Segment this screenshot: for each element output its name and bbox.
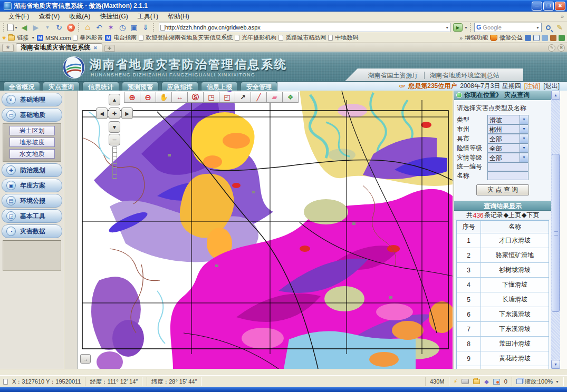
magic-fill-button[interactable]: ✶ — [105, 23, 116, 33]
zoom-minus-button[interactable]: ─ — [109, 134, 120, 145]
nav-report[interactable]: 信息上报 — [201, 82, 238, 91]
menu-view[interactable]: 查看(V) — [34, 12, 64, 22]
url-input[interactable] — [165, 24, 445, 31]
zoom-slider[interactable] — [112, 146, 117, 179]
new-tab-button[interactable]: ✚ — [104, 45, 115, 52]
disaster-level-select[interactable]: 全部 ▼ — [487, 153, 528, 162]
menu-help[interactable]: 帮助(H) — [164, 12, 194, 22]
image-filter-icon[interactable] — [493, 379, 500, 385]
zoom-in-icon[interactable]: ⊕ — [124, 92, 140, 103]
zoom-dropdown-icon[interactable]: ▼ — [555, 380, 559, 384]
new-page-dropdown-icon[interactable]: ▼ — [14, 26, 18, 30]
pan-icon[interactable]: ✋ — [156, 92, 172, 103]
rect-zoom-out-icon[interactable]: ◰ — [219, 92, 235, 103]
link-welcome[interactable]: 欢迎登陆湖南省地质灾害信息系统 — [146, 34, 233, 42]
panel-scrollbar[interactable]: ▲ ▼ — [551, 91, 560, 369]
map-collapse-button[interactable]: → — [80, 354, 91, 364]
links-overflow-icon[interactable]: » — [459, 35, 463, 41]
chevron-down-icon[interactable]: ▼ — [520, 125, 528, 133]
pan-down-button[interactable]: ▼ — [109, 121, 120, 133]
tab-closeall-icon[interactable]: ✖ — [558, 44, 565, 52]
chevron-down-icon[interactable]: ▼ — [520, 144, 528, 152]
window-icon[interactable] — [533, 35, 540, 41]
layers-icon[interactable]: ❖ — [282, 92, 299, 103]
boost-icon[interactable]: ⚡ — [454, 378, 458, 385]
search-button[interactable] — [543, 23, 553, 33]
sidebar-map-splitter[interactable] — [65, 91, 78, 369]
chevron-down-icon[interactable]: ▼ — [520, 115, 528, 124]
notes-icon[interactable] — [542, 35, 548, 41]
sidebar-item-base-geology[interactable]: ▭ 基础地质 — [2, 108, 62, 122]
table-row[interactable]: 7下东溪滑坡 — [457, 322, 549, 337]
nav-statistics[interactable]: 信息统计 — [82, 82, 119, 91]
printer-icon[interactable] — [462, 379, 469, 384]
maxthon-charity-icon[interactable] — [490, 35, 497, 41]
table-row[interactable]: 1才口水滑坡 — [457, 233, 549, 248]
sidebar-sub-hydrogeology[interactable]: 水文地质 — [9, 149, 55, 159]
prev-page-link[interactable]: ◆上页 — [504, 211, 521, 220]
code-input[interactable] — [487, 162, 528, 171]
home-button[interactable]: ⌂ — [82, 23, 93, 33]
sidebar-item-prevention-plan[interactable]: ✚ 防治规划 — [2, 163, 62, 177]
menu-favorites[interactable]: 收藏(A) — [65, 12, 94, 22]
url-dropdown-icon[interactable]: ▼ — [445, 26, 449, 30]
tile-windows-button[interactable]: ▣ — [129, 23, 139, 33]
nav-disaster-query[interactable]: 灾点查询 — [43, 82, 80, 91]
highlight-button[interactable]: ✎ — [554, 23, 565, 33]
status-zoom[interactable]: 缩放:100% ▼ — [512, 377, 564, 386]
link-radio[interactable]: 电台指南 — [113, 34, 137, 42]
undo-button[interactable]: ↶ — [94, 23, 104, 33]
sidebar-item-annual-plan[interactable]: ▣ 年度方案 — [2, 179, 62, 192]
county-select[interactable]: 全部 ▼ — [487, 134, 528, 143]
menu-groups[interactable]: 快捷组(G) — [95, 12, 132, 22]
stop-button[interactable]: ✖ — [65, 23, 76, 33]
search-dropdown-icon[interactable]: ▼ — [536, 26, 540, 30]
favorites-star-icon[interactable]: ★ — [2, 44, 14, 52]
links-dropdown-icon[interactable]: ▼ — [31, 36, 35, 40]
charity-label[interactable]: 傲游公益 — [499, 34, 523, 42]
nav-overview[interactable]: 全省概况 — [3, 82, 40, 91]
scroll-down-icon[interactable]: ▼ — [551, 360, 560, 369]
pan-right-button[interactable]: ▶ — [121, 107, 133, 119]
nav-security[interactable]: 安全管理 — [241, 82, 277, 91]
measure-icon[interactable]: ↔ — [171, 92, 188, 103]
disaster-query-button[interactable]: 灾 点 查 询 — [476, 184, 529, 195]
new-page-button[interactable]: ▼ — [7, 23, 18, 33]
risk-level-select[interactable]: 全部 ▼ — [487, 143, 528, 153]
link-photo[interactable]: 光年摄影机构 — [242, 34, 276, 42]
history-button[interactable]: ◷ — [117, 23, 128, 33]
nav-forecast[interactable]: 预测预警 — [122, 82, 159, 91]
table-row[interactable]: 5长塘滑坡 — [457, 292, 549, 307]
links-label[interactable]: 链接 — [17, 34, 28, 42]
folder-icon[interactable] — [473, 379, 480, 384]
name-input[interactable] — [487, 171, 528, 180]
back-button[interactable]: ◀ — [19, 23, 30, 33]
restore-button[interactable]: ❐ — [543, 2, 554, 11]
next-page-link[interactable]: ◆下页 — [522, 211, 539, 220]
table-row[interactable]: 4下懂滑坡 — [457, 278, 549, 292]
city-select[interactable]: 郴州 ▼ — [487, 124, 528, 134]
link-zhongdi[interactable]: 中地数码 — [335, 34, 358, 42]
table-row[interactable]: 3衫树垅滑坡 — [457, 263, 549, 278]
exit-link[interactable]: [退出] — [543, 82, 560, 91]
identify-icon[interactable]: ↗ — [235, 92, 251, 103]
pan-center-button[interactable]: ✚ — [109, 107, 120, 119]
scroll-thumb[interactable] — [552, 154, 560, 312]
search-engine-label[interactable]: Google — [483, 24, 534, 31]
go-dropdown-icon[interactable]: ▼ — [464, 26, 468, 30]
forward-button[interactable]: ▶ — [31, 23, 41, 33]
pan-left-button[interactable]: ◀ — [96, 107, 108, 119]
chevron-down-icon[interactable]: ▼ — [520, 134, 528, 143]
go-button[interactable]: ▶ — [453, 23, 463, 32]
logout-link[interactable]: [注销] — [524, 82, 541, 91]
chevron-down-icon[interactable]: ▼ — [520, 153, 528, 162]
favorites-heart-icon[interactable]: ♥ — [2, 34, 6, 42]
sidebar-sub-rock-zoning[interactable]: 岩土区划 — [9, 126, 55, 135]
link-land-resources[interactable]: 湖南省国土资源厅 — [368, 71, 419, 80]
link-baofeng[interactable]: 暴风影音 — [80, 34, 103, 42]
table-row[interactable]: 9黄花岭滑坡 — [457, 351, 549, 366]
tab-hunan-system[interactable]: 湖南省地质灾害信息系统 ✖ — [16, 43, 102, 52]
links-folder-icon[interactable] — [8, 35, 15, 41]
sidebar-item-disaster-data[interactable]: ◔ 灾害数据 — [2, 224, 62, 238]
menu-overflow-icon[interactable]: » — [561, 13, 564, 19]
